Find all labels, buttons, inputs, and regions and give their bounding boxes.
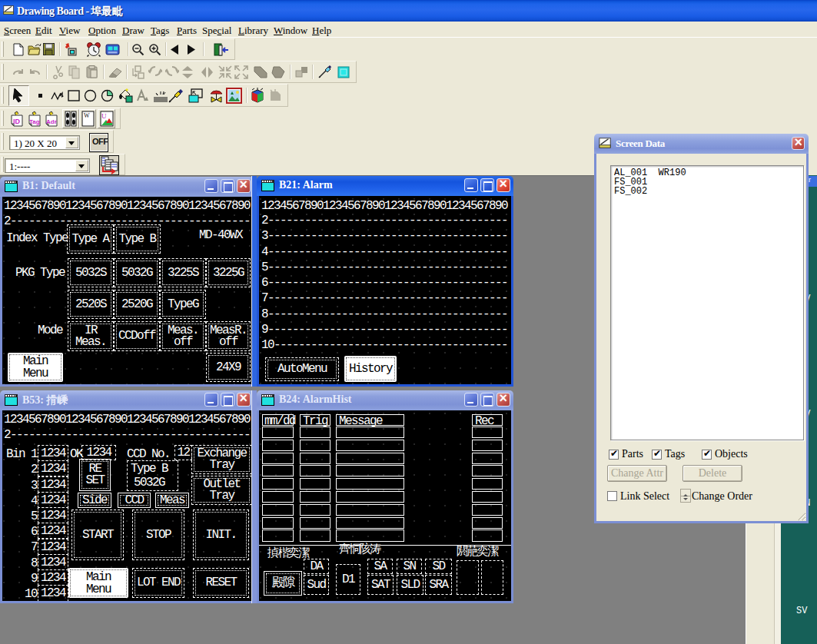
svg-text:Adr: Adr (46, 118, 57, 125)
svg-text:ID: ID (13, 118, 21, 125)
svg-text:W: W (84, 112, 90, 119)
svg-text:Tag: Tag (29, 118, 40, 125)
svg-text:U: U (101, 112, 107, 120)
